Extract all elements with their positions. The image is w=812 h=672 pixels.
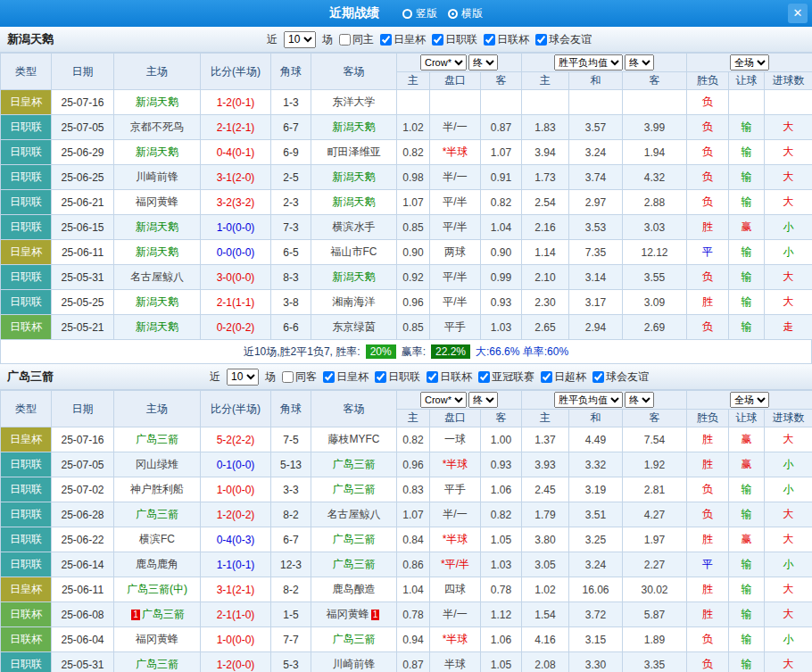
home-team-name[interactable]: 广岛三箭(中) [127, 583, 187, 595]
euro-draw-odds: 3.57 [569, 115, 623, 140]
filter-checkbox[interactable] [323, 371, 335, 383]
away-team-name[interactable]: 川崎前锋 [333, 658, 376, 670]
home-team-name[interactable]: 京都不死鸟 [130, 120, 184, 133]
away-team-name[interactable]: 福山市FC [331, 245, 377, 258]
filter-checkbox[interactable] [535, 34, 547, 46]
odds-source-select[interactable]: 胜平负均值 [554, 392, 623, 408]
home-team-name[interactable]: 新潟天鹅 [136, 320, 178, 333]
filter-checkbox[interactable] [427, 371, 438, 383]
near-label: 近 [267, 32, 278, 47]
corner-cell: 7-7 [271, 627, 311, 652]
home-team-name[interactable]: 名古屋鲸八 [130, 270, 184, 283]
home-team-name[interactable]: 新潟天鹅 [136, 245, 178, 258]
home-team-cell: 鹿岛鹿角 [114, 552, 201, 577]
filter-checkbox[interactable] [375, 371, 386, 383]
home-team-name[interactable]: 福冈黄蜂 [136, 633, 178, 645]
filter-checkbox[interactable] [484, 34, 495, 46]
away-team-name[interactable]: 新潟天鹅 [333, 195, 376, 208]
away-team-name[interactable]: 名古屋鲸八 [327, 508, 381, 520]
away-team-name[interactable]: 东京绿茵 [333, 320, 376, 333]
odds-source-select[interactable]: 终 [468, 392, 498, 408]
away-team-cell: 东京绿茵 [311, 315, 397, 340]
home-team-name[interactable]: 川崎前锋 [136, 170, 178, 183]
home-team-name[interactable]: 新潟天鹅 [136, 220, 178, 233]
away-team-name[interactable]: 东洋大学 [333, 95, 376, 108]
home-team-name[interactable]: 新潟天鹅 [136, 295, 178, 308]
odds-source-select[interactable]: 终 [625, 54, 654, 71]
away-team-name[interactable]: 藤枝MYFC [328, 433, 380, 445]
home-team-name[interactable]: 新潟天鹅 [136, 145, 178, 158]
home-team-name[interactable]: 横滨FC [139, 533, 175, 545]
odds-source-select[interactable]: 终 [468, 54, 498, 71]
filter-option[interactable]: 日联杯 [427, 369, 472, 385]
match-row: 日皇杯25-06-11广岛三箭(中)3-1(2-1)8-2鹿岛酿造1.04四球0… [1, 577, 812, 602]
wdl-result: 胜 [687, 452, 729, 477]
goals-result: 大 [765, 652, 812, 672]
filter-checkbox[interactable] [541, 371, 552, 383]
filter-option[interactable]: 日超杯 [541, 369, 586, 385]
filter-checkbox[interactable] [478, 371, 490, 383]
filter-checkbox[interactable] [432, 34, 443, 46]
filter-checkbox[interactable] [282, 371, 294, 383]
home-team-name[interactable]: 新潟天鹅 [136, 95, 178, 108]
away-team-name[interactable]: 新潟天鹅 [333, 120, 376, 133]
filter-option[interactable]: 日职联 [432, 32, 477, 47]
away-team-name[interactable]: 广岛三箭 [333, 533, 376, 545]
match-count-select[interactable]: 10 [227, 369, 259, 386]
away-team-name[interactable]: 横滨水手 [333, 220, 376, 233]
filter-option[interactable]: 日职联 [375, 369, 420, 385]
away-team-name[interactable]: 町田泽维亚 [327, 145, 381, 158]
layout-radio-vertical[interactable]: 竖版 [402, 6, 437, 21]
odds-source-select[interactable]: 全场 [730, 54, 769, 71]
score-cell: 5-2(2-2) [201, 427, 271, 452]
home-team-name[interactable]: 冈山绿雉 [136, 458, 178, 470]
odds-source-select[interactable]: 胜平负均值 [554, 54, 623, 71]
column-header: 主场 [114, 54, 201, 90]
home-team-name[interactable]: 广岛三箭 [136, 508, 178, 520]
euro-away-odds: 3.09 [623, 290, 687, 315]
home-team-name[interactable]: 广岛三箭 [142, 608, 185, 620]
away-team-name[interactable]: 广岛三箭 [333, 483, 376, 495]
away-team-name[interactable]: 福冈黄蜂 [327, 608, 369, 620]
away-team-name[interactable]: 湘南海洋 [333, 295, 376, 308]
odds-source-select[interactable]: Crow* [420, 54, 467, 71]
filter-option[interactable]: 日皇杯 [380, 32, 426, 47]
away-team-name[interactable]: 广岛三箭 [333, 558, 376, 570]
away-team-name[interactable]: 新潟天鹅 [333, 270, 376, 283]
filter-option[interactable]: 日联杯 [484, 32, 529, 47]
euro-away-odds: 12.12 [623, 240, 687, 265]
odds-select-group: 全场 [687, 391, 812, 410]
corner-cell: 2-3 [271, 190, 311, 215]
filter-option[interactable]: 球会友谊 [592, 369, 649, 385]
odds-source-select[interactable]: 终 [625, 392, 654, 408]
odds-source-select[interactable]: Crow* [420, 392, 467, 408]
radio-label: 竖版 [416, 6, 437, 21]
filter-option[interactable]: 同客 [282, 369, 317, 385]
away-team-name[interactable]: 新潟天鹅 [333, 170, 376, 183]
away-team-name[interactable]: 广岛三箭 [333, 458, 376, 470]
filter-option[interactable]: 同主 [339, 32, 374, 47]
home-team-name[interactable]: 鹿岛鹿角 [136, 558, 178, 570]
away-team-name[interactable]: 广岛三箭 [333, 633, 376, 645]
match-count-select[interactable]: 10 [284, 31, 316, 48]
filter-option[interactable]: 亚冠联赛 [478, 369, 534, 385]
euro-draw-odds [569, 90, 623, 115]
layout-radio-horizontal[interactable]: 横版 [448, 6, 483, 21]
filter-option[interactable]: 日皇杯 [323, 369, 369, 385]
team-sections: 新潟天鹅近10场同主日皇杯日职联日联杯球会友谊类型日期主场比分(半场)角球客场C… [0, 27, 812, 672]
filter-checkbox[interactable] [380, 34, 392, 46]
away-team-name[interactable]: 鹿岛酿造 [333, 583, 376, 595]
home-team-name[interactable]: 福冈黄蜂 [136, 195, 178, 208]
home-team-name[interactable]: 广岛三箭 [136, 658, 178, 670]
score-cell: 2-1(2-1) [201, 115, 271, 140]
home-team-name[interactable]: 广岛三箭 [136, 433, 178, 445]
home-team-cell: 福冈黄蜂 [114, 190, 201, 215]
odds-source-select[interactable]: 全场 [730, 392, 769, 408]
home-team-name[interactable]: 神户胜利船 [130, 483, 184, 495]
filter-checkbox[interactable] [339, 34, 351, 46]
competition-type: 日职联 [1, 527, 52, 552]
filter-option[interactable]: 球会友谊 [535, 32, 592, 47]
close-icon[interactable]: ✕ [788, 4, 808, 23]
handicap-result: 输 [729, 602, 765, 627]
filter-checkbox[interactable] [592, 371, 604, 383]
